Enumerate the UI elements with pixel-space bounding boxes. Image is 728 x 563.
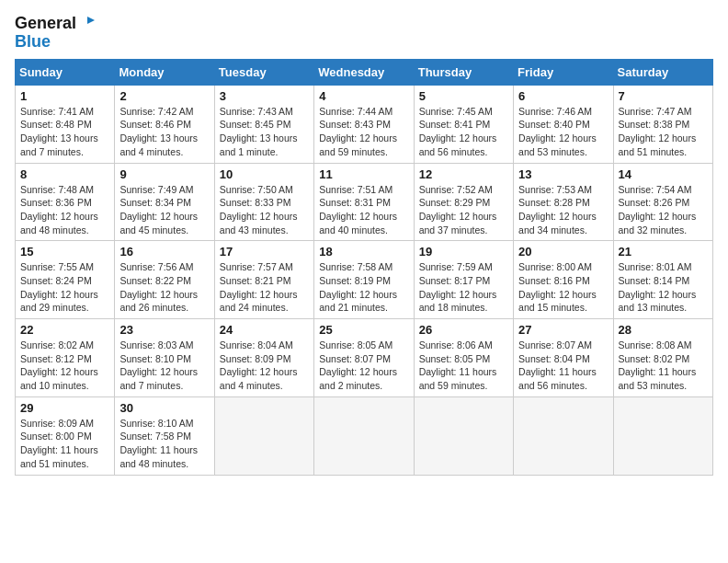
day-number: 16 — [119, 245, 209, 259]
empty-cell — [514, 396, 613, 475]
day-number: 3 — [220, 89, 309, 103]
page-header: General Blue — [15, 15, 713, 52]
day-detail: Sunrise: 7:54 AM Sunset: 8:26 PM Dayligh… — [619, 183, 708, 237]
logo-container: General Blue — [15, 15, 97, 52]
day-detail: Sunrise: 8:10 AM Sunset: 7:58 PM Dayligh… — [119, 417, 209, 471]
day-cell-14: 14Sunrise: 7:54 AM Sunset: 8:26 PM Dayli… — [613, 163, 712, 241]
day-number: 25 — [319, 323, 408, 337]
day-cell-5: 5Sunrise: 7:45 AM Sunset: 8:41 PM Daylig… — [414, 85, 513, 163]
day-detail: Sunrise: 8:09 AM Sunset: 8:00 PM Dayligh… — [20, 417, 109, 471]
day-detail: Sunrise: 7:51 AM Sunset: 8:31 PM Dayligh… — [319, 183, 408, 237]
day-header-friday: Friday — [514, 59, 613, 85]
day-detail: Sunrise: 7:53 AM Sunset: 8:28 PM Dayligh… — [518, 183, 608, 237]
day-number: 8 — [20, 167, 109, 181]
day-cell-25: 25Sunrise: 8:05 AM Sunset: 8:07 PM Dayli… — [314, 319, 414, 397]
day-number: 26 — [419, 323, 508, 337]
day-number: 14 — [619, 167, 708, 181]
calendar-week-4: 22Sunrise: 8:02 AM Sunset: 8:12 PM Dayli… — [16, 319, 713, 397]
day-number: 20 — [518, 245, 608, 259]
day-number: 13 — [518, 167, 608, 181]
day-number: 1 — [20, 89, 109, 103]
day-cell-26: 26Sunrise: 8:06 AM Sunset: 8:05 PM Dayli… — [414, 319, 513, 397]
calendar-week-3: 15Sunrise: 7:55 AM Sunset: 8:24 PM Dayli… — [16, 241, 713, 319]
day-number: 29 — [20, 401, 109, 415]
svg-marker-0 — [87, 17, 95, 24]
day-cell-18: 18Sunrise: 7:58 AM Sunset: 8:19 PM Dayli… — [314, 241, 414, 319]
day-cell-8: 8Sunrise: 7:48 AM Sunset: 8:36 PM Daylig… — [16, 163, 115, 241]
day-cell-11: 11Sunrise: 7:51 AM Sunset: 8:31 PM Dayli… — [314, 163, 414, 241]
day-number: 30 — [119, 401, 209, 415]
day-cell-4: 4Sunrise: 7:44 AM Sunset: 8:43 PM Daylig… — [314, 85, 414, 163]
day-header-monday: Monday — [115, 59, 214, 85]
day-number: 11 — [319, 167, 408, 181]
day-detail: Sunrise: 7:57 AM Sunset: 8:21 PM Dayligh… — [220, 260, 309, 315]
logo-text-general: General — [15, 15, 76, 33]
day-detail: Sunrise: 8:06 AM Sunset: 8:05 PM Dayligh… — [419, 339, 508, 393]
day-detail: Sunrise: 8:02 AM Sunset: 8:12 PM Dayligh… — [20, 339, 109, 393]
day-detail: Sunrise: 8:08 AM Sunset: 8:02 PM Dayligh… — [619, 339, 708, 393]
calendar-body: 1Sunrise: 7:41 AM Sunset: 8:48 PM Daylig… — [16, 85, 713, 475]
day-cell-9: 9Sunrise: 7:49 AM Sunset: 8:34 PM Daylig… — [115, 163, 214, 241]
day-detail: Sunrise: 8:03 AM Sunset: 8:10 PM Dayligh… — [119, 339, 209, 393]
day-cell-7: 7Sunrise: 7:47 AM Sunset: 8:38 PM Daylig… — [613, 85, 712, 163]
day-detail: Sunrise: 7:56 AM Sunset: 8:22 PM Dayligh… — [119, 260, 209, 315]
empty-cell — [613, 396, 712, 475]
day-number: 6 — [518, 89, 608, 103]
day-number: 19 — [419, 245, 508, 259]
day-detail: Sunrise: 7:52 AM Sunset: 8:29 PM Dayligh… — [419, 183, 508, 237]
day-number: 22 — [20, 323, 109, 337]
day-number: 4 — [319, 89, 408, 103]
day-number: 5 — [419, 89, 508, 103]
day-cell-15: 15Sunrise: 7:55 AM Sunset: 8:24 PM Dayli… — [16, 241, 115, 319]
day-detail: Sunrise: 7:45 AM Sunset: 8:41 PM Dayligh… — [419, 105, 508, 159]
day-detail: Sunrise: 8:05 AM Sunset: 8:07 PM Dayligh… — [319, 339, 408, 393]
day-cell-28: 28Sunrise: 8:08 AM Sunset: 8:02 PM Dayli… — [613, 319, 712, 397]
day-detail: Sunrise: 8:01 AM Sunset: 8:14 PM Dayligh… — [619, 260, 708, 315]
day-number: 9 — [119, 167, 209, 181]
day-detail: Sunrise: 8:07 AM Sunset: 8:04 PM Dayligh… — [518, 339, 608, 393]
day-number: 15 — [20, 245, 109, 259]
day-number: 24 — [220, 323, 309, 337]
day-detail: Sunrise: 7:49 AM Sunset: 8:34 PM Dayligh… — [119, 183, 209, 237]
day-cell-27: 27Sunrise: 8:07 AM Sunset: 8:04 PM Dayli… — [514, 319, 613, 397]
day-cell-16: 16Sunrise: 7:56 AM Sunset: 8:22 PM Dayli… — [115, 241, 214, 319]
day-cell-23: 23Sunrise: 8:03 AM Sunset: 8:10 PM Dayli… — [115, 319, 214, 397]
day-cell-13: 13Sunrise: 7:53 AM Sunset: 8:28 PM Dayli… — [514, 163, 613, 241]
day-header-thursday: Thursday — [414, 59, 513, 85]
day-cell-6: 6Sunrise: 7:46 AM Sunset: 8:40 PM Daylig… — [514, 85, 613, 163]
day-number: 12 — [419, 167, 508, 181]
day-detail: Sunrise: 7:59 AM Sunset: 8:17 PM Dayligh… — [419, 260, 508, 315]
day-detail: Sunrise: 7:42 AM Sunset: 8:46 PM Dayligh… — [119, 105, 209, 159]
day-cell-19: 19Sunrise: 7:59 AM Sunset: 8:17 PM Dayli… — [414, 241, 513, 319]
day-cell-2: 2Sunrise: 7:42 AM Sunset: 8:46 PM Daylig… — [115, 85, 214, 163]
calendar-week-2: 8Sunrise: 7:48 AM Sunset: 8:36 PM Daylig… — [16, 163, 713, 241]
calendar-week-5: 29Sunrise: 8:09 AM Sunset: 8:00 PM Dayli… — [16, 396, 713, 475]
day-number: 17 — [220, 245, 309, 259]
day-number: 2 — [119, 89, 209, 103]
day-number: 21 — [619, 245, 708, 259]
day-header-wednesday: Wednesday — [314, 59, 414, 85]
day-cell-24: 24Sunrise: 8:04 AM Sunset: 8:09 PM Dayli… — [214, 319, 313, 397]
empty-cell — [214, 396, 313, 475]
day-number: 28 — [619, 323, 708, 337]
day-number: 18 — [319, 245, 408, 259]
day-number: 23 — [119, 323, 209, 337]
day-detail: Sunrise: 7:46 AM Sunset: 8:40 PM Dayligh… — [518, 105, 608, 159]
calendar-table: SundayMondayTuesdayWednesdayThursdayFrid… — [15, 59, 713, 476]
empty-cell — [314, 396, 414, 475]
day-header-tuesday: Tuesday — [214, 59, 313, 85]
day-detail: Sunrise: 8:04 AM Sunset: 8:09 PM Dayligh… — [220, 339, 309, 393]
day-detail: Sunrise: 7:58 AM Sunset: 8:19 PM Dayligh… — [319, 260, 408, 315]
day-detail: Sunrise: 7:43 AM Sunset: 8:45 PM Dayligh… — [220, 105, 309, 159]
day-cell-21: 21Sunrise: 8:01 AM Sunset: 8:14 PM Dayli… — [613, 241, 712, 319]
day-cell-12: 12Sunrise: 7:52 AM Sunset: 8:29 PM Dayli… — [414, 163, 513, 241]
logo-text-blue: Blue — [15, 33, 97, 52]
day-detail: Sunrise: 8:00 AM Sunset: 8:16 PM Dayligh… — [518, 260, 608, 315]
day-detail: Sunrise: 7:50 AM Sunset: 8:33 PM Dayligh… — [220, 183, 309, 237]
empty-cell — [414, 396, 513, 475]
day-of-week-row: SundayMondayTuesdayWednesdayThursdayFrid… — [16, 59, 713, 85]
day-header-saturday: Saturday — [613, 59, 712, 85]
day-cell-10: 10Sunrise: 7:50 AM Sunset: 8:33 PM Dayli… — [214, 163, 313, 241]
day-number: 27 — [518, 323, 608, 337]
calendar-week-1: 1Sunrise: 7:41 AM Sunset: 8:48 PM Daylig… — [16, 85, 713, 163]
